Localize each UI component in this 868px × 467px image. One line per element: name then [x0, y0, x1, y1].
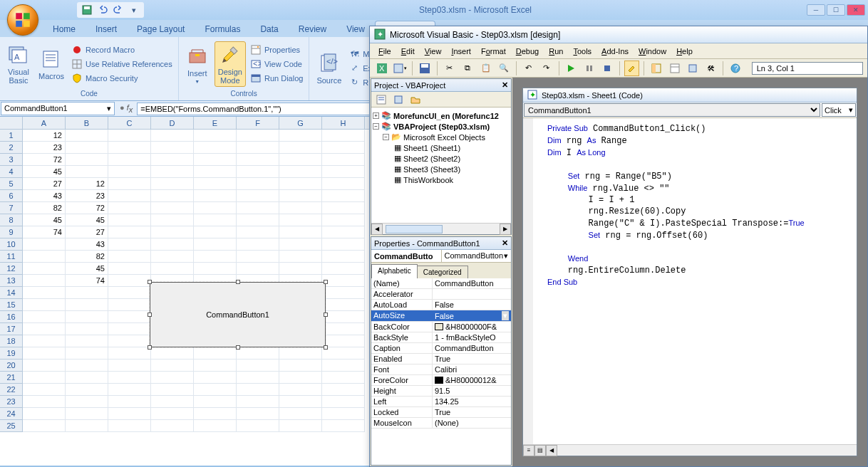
cell[interactable]	[23, 311, 66, 323]
cell[interactable]	[237, 130, 279, 142]
cell[interactable]: 45	[23, 166, 66, 178]
resize-handle[interactable]	[148, 345, 152, 350]
row-header[interactable]: 15	[0, 299, 23, 311]
cell[interactable]	[322, 130, 365, 142]
code-editor[interactable]: Private Sub CommandButton1_Click() Dim r…	[523, 118, 857, 444]
cell[interactable]	[151, 226, 194, 238]
property-row[interactable]: EnabledTrue	[371, 354, 511, 364]
select-all-corner[interactable]	[0, 117, 23, 129]
row-header[interactable]: 11	[0, 251, 23, 263]
cell[interactable]: 72	[66, 202, 108, 214]
cell[interactable]	[108, 360, 151, 372]
cell[interactable]	[66, 323, 108, 335]
cell[interactable]	[279, 178, 322, 190]
cell[interactable]	[194, 214, 237, 226]
cell[interactable]	[108, 263, 151, 275]
cell[interactable]	[151, 408, 194, 420]
cell[interactable]	[108, 238, 151, 251]
cell[interactable]	[23, 360, 66, 372]
cell[interactable]	[279, 372, 322, 384]
find-icon[interactable]: 🔍	[496, 61, 511, 76]
cell[interactable]	[151, 142, 194, 154]
macro-security-button[interactable]: Macro Security	[70, 72, 174, 85]
cell[interactable]	[108, 275, 151, 287]
cell[interactable]	[23, 323, 66, 335]
tab-page-layout[interactable]: Page Layout	[127, 21, 195, 37]
cell[interactable]	[151, 396, 194, 408]
insert-control-button[interactable]: Insert▼	[183, 43, 212, 85]
column-header[interactable]: D	[151, 117, 194, 129]
row-header[interactable]: 1	[0, 130, 23, 142]
resize-handle[interactable]	[324, 280, 328, 284]
resize-handle[interactable]	[324, 345, 328, 350]
tab-home[interactable]: Home	[43, 21, 86, 37]
row-header[interactable]: 22	[0, 384, 23, 396]
cell[interactable]: 23	[23, 142, 66, 154]
cell[interactable]	[108, 323, 151, 335]
object-browser-icon[interactable]	[685, 61, 700, 76]
cell[interactable]	[194, 372, 237, 384]
resize-handle[interactable]	[236, 345, 240, 350]
cell[interactable]	[322, 142, 365, 154]
menu-item[interactable]: Tools	[569, 46, 596, 57]
cell[interactable]	[23, 384, 66, 396]
cell[interactable]	[151, 238, 194, 251]
cell[interactable]	[108, 154, 151, 166]
full-module-view-icon[interactable]: ▤	[534, 445, 546, 456]
cell[interactable]: 72	[23, 154, 66, 166]
cell[interactable]	[237, 142, 279, 154]
project-explorer-icon[interactable]	[649, 61, 663, 76]
cell[interactable]	[108, 287, 151, 299]
cell[interactable]	[108, 384, 151, 396]
cell[interactable]: 43	[66, 238, 108, 251]
cell[interactable]	[108, 214, 151, 226]
cell[interactable]	[322, 238, 365, 251]
cell[interactable]	[322, 396, 365, 408]
cell[interactable]	[66, 408, 108, 420]
cell[interactable]	[151, 251, 194, 263]
property-row[interactable]: Height91.5	[371, 386, 511, 397]
cell[interactable]	[279, 384, 322, 396]
cell[interactable]	[108, 372, 151, 384]
cell[interactable]: 43	[23, 190, 66, 202]
design-mode-button[interactable]: Design Mode	[215, 41, 246, 87]
dropdown-icon[interactable]: ▾	[107, 104, 111, 113]
row-header[interactable]: 14	[0, 287, 23, 299]
cell[interactable]	[237, 408, 279, 420]
property-row[interactable]: MouseIcon(None)	[371, 418, 511, 429]
close-icon[interactable]: ✕	[502, 80, 508, 90]
cell[interactable]	[151, 190, 194, 202]
paste-icon[interactable]: 📋	[478, 61, 493, 76]
cell[interactable]	[279, 202, 322, 214]
row-header[interactable]: 6	[0, 190, 23, 202]
resize-handle[interactable]	[148, 280, 152, 284]
cell[interactable]	[194, 142, 237, 154]
cell[interactable]	[23, 299, 66, 311]
cell[interactable]	[279, 251, 322, 263]
cell[interactable]: 45	[66, 214, 108, 226]
cell[interactable]	[23, 335, 66, 347]
cell[interactable]: 12	[66, 178, 108, 190]
cell[interactable]	[322, 202, 365, 214]
cell[interactable]	[279, 190, 322, 202]
cell[interactable]	[108, 142, 151, 154]
cell[interactable]	[237, 226, 279, 238]
cell[interactable]	[66, 360, 108, 372]
cell[interactable]	[322, 323, 365, 335]
row-header[interactable]: 8	[0, 214, 23, 226]
cell[interactable]	[279, 130, 322, 142]
cut-icon[interactable]: ✂	[442, 61, 457, 76]
record-macro-button[interactable]: Record Macro	[70, 43, 174, 56]
cell[interactable]	[237, 166, 279, 178]
tab-formulas[interactable]: Formulas	[195, 21, 250, 37]
cell[interactable]	[322, 335, 365, 347]
cell[interactable]	[108, 299, 151, 311]
cell[interactable]	[237, 251, 279, 263]
property-row[interactable]: (Name)CommandButton	[371, 278, 511, 289]
cell[interactable]	[108, 347, 151, 360]
row-header[interactable]: 12	[0, 263, 23, 275]
row-header[interactable]: 20	[0, 360, 23, 372]
close-icon[interactable]: ✕	[502, 238, 508, 248]
cell[interactable]	[194, 396, 237, 408]
tab-review[interactable]: Review	[289, 21, 336, 37]
